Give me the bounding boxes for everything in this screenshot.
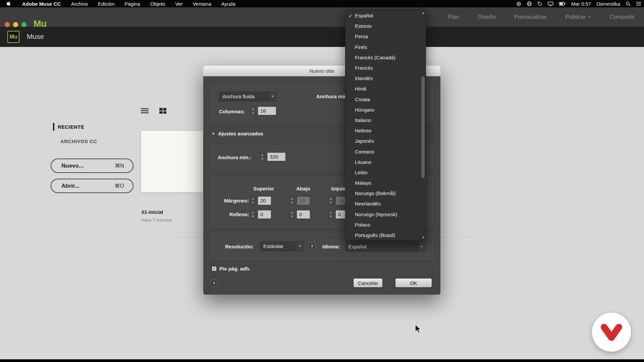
columns-label: Columnas: <box>219 109 245 114</box>
scroll-down-icon[interactable]: ▼ <box>422 236 425 239</box>
sticky-footer-checkbox[interactable]: ✓ <box>212 266 217 271</box>
open-button-shortcut: ⌘O <box>115 183 124 189</box>
sticky-footer-label: Pie pág. adh. <box>219 266 251 272</box>
menu-item-language[interactable]: Persa <box>345 31 426 42</box>
resolution-help-button[interactable]: ? <box>308 243 316 250</box>
menu-item-language[interactable]: Finés <box>345 42 426 52</box>
recent-active-marker <box>53 123 54 131</box>
apple-menu-icon[interactable] <box>0 0 17 7</box>
padding-bottom-stepper[interactable]: ▲▼ <box>289 210 294 219</box>
menubar-account[interactable]: Domestika <box>596 1 620 7</box>
chevron-down-icon: ▼ <box>418 242 425 251</box>
menu-item-language[interactable]: Coreano <box>345 146 426 157</box>
menu-item-language[interactable]: Letón <box>345 167 426 178</box>
titlebar-item-compartir[interactable]: Compartir <box>609 14 635 20</box>
columns-stepper[interactable]: ▲▼ <box>250 106 256 115</box>
menu-item-language[interactable]: Irlandés <box>345 73 426 83</box>
cancel-button[interactable]: Cancelar <box>353 278 383 288</box>
layout-width-select[interactable]: Anchura fluida ▼ <box>219 92 277 101</box>
menu-item-language[interactable]: Estonio <box>345 21 426 31</box>
app-header: Mu Muse ? <box>0 27 644 47</box>
menu-item-language[interactable]: Português (Brasil) <box>345 230 426 240</box>
notification-list-icon[interactable] <box>636 1 641 6</box>
menubar-item-archivo[interactable]: Archivo <box>66 1 93 7</box>
language-label: Idioma: <box>322 244 340 249</box>
battery-icon[interactable] <box>559 2 566 6</box>
menubar-app-menu[interactable]: Adobe Muse CC <box>17 1 66 7</box>
new-button-shortcut: ⌘N <box>115 163 124 169</box>
header-superior: Superior <box>250 186 277 191</box>
list-view-toggle[interactable] <box>141 108 149 113</box>
resolution-value: Estándar <box>260 242 296 251</box>
menubar-item-ayuda[interactable]: Ayuda <box>216 1 240 7</box>
columns-field[interactable]: 16 <box>258 106 276 115</box>
recent-file-name: 01-inicial <box>142 209 163 215</box>
menu-item-language[interactable]: Hebreo <box>345 125 426 136</box>
menu-item-language[interactable]: Húngaro <box>345 105 426 115</box>
margin-top-stepper[interactable]: ▲▼ <box>250 196 256 205</box>
menu-item-language[interactable]: Lituano <box>345 157 426 167</box>
titlebar-item-diseno[interactable]: Diseño <box>478 14 496 20</box>
scroll-up-icon[interactable]: ▲ <box>422 11 425 14</box>
titlebar-item-publicar[interactable]: Publicar ▼ <box>565 14 591 20</box>
menubar-item-ventana[interactable]: Ventana <box>188 1 216 7</box>
padding-top-field[interactable]: 0 <box>258 210 271 219</box>
menu-item-language[interactable]: Italiano <box>345 115 426 125</box>
resolution-select[interactable]: Estándar ▼ <box>260 241 304 251</box>
globe-sync-icon[interactable] <box>527 1 532 6</box>
menu-item-language[interactable]: Noruego (Nynorsk) <box>345 209 426 220</box>
padding-top-stepper[interactable]: ▲▼ <box>250 210 256 219</box>
header-abajo: Abajo <box>290 186 317 191</box>
advanced-settings-toggle[interactable]: ▼ Ajustes avanzados <box>212 131 263 136</box>
record-status-icon[interactable] <box>516 1 521 6</box>
menu-item-language[interactable]: Francés (Canadá) <box>345 52 426 63</box>
sidebar-item-reciente[interactable]: RECIENTE <box>58 124 84 130</box>
search-icon[interactable] <box>626 1 631 6</box>
menubar-item-edicion[interactable]: Edición <box>93 1 119 7</box>
min-width-field[interactable]: 320 <box>267 152 286 161</box>
grid-view-toggle[interactable] <box>159 108 166 114</box>
menu-item-language[interactable]: Croata <box>345 94 426 105</box>
margins-label: Márgenes: <box>211 198 249 203</box>
menu-item-language[interactable]: Neerlandés <box>345 198 426 209</box>
menubar-item-objeto[interactable]: Objeto <box>145 1 170 7</box>
padding-left-stepper[interactable]: ▲▼ <box>328 210 333 219</box>
menu-item-language[interactable]: Francés <box>345 63 426 73</box>
titlebar-item-previsualizar[interactable]: Previsualizar <box>514 14 547 20</box>
min-width-label: Anchura mín.: <box>218 155 252 160</box>
disclosure-triangle-icon: ▼ <box>212 132 215 135</box>
menu-item-language[interactable]: Japonés <box>345 136 426 146</box>
menubar-clock[interactable]: Mar 0:57 <box>571 1 591 7</box>
recent-file-thumbnail[interactable] <box>141 130 203 193</box>
menu-item-language[interactable]: Noruego (Bokmål) <box>345 188 426 198</box>
zoom-window-button[interactable] <box>21 22 26 27</box>
dialog-help-button[interactable]: ? <box>210 280 218 287</box>
margin-left-stepper: ▲▼ <box>328 196 333 205</box>
language-select[interactable]: Español ▼ <box>345 242 426 251</box>
display-mirroring-icon[interactable] <box>548 1 553 6</box>
letterbox-bar <box>0 359 644 362</box>
new-site-button[interactable]: Nuevo... ⌘N <box>51 159 133 173</box>
menubar-item-pagina[interactable]: Página <box>119 1 145 7</box>
minimize-window-button[interactable] <box>13 22 18 27</box>
menubar-item-ver[interactable]: Ver <box>170 1 188 7</box>
sidebar-item-archivos-cc[interactable]: ARCHIVOS CC <box>60 138 97 144</box>
menu-item-language[interactable]: Hindi <box>345 83 426 94</box>
open-button[interactable]: Abrir... ⌘O <box>51 179 133 193</box>
menu-item-language[interactable]: Polaco <box>345 220 426 230</box>
window-titlebar[interactable]: Mu Plan Diseño Previsualizar Publicar ▼ … <box>0 7 644 27</box>
padding-bottom-field[interactable]: 0 <box>297 210 310 219</box>
popup-scrollbar-thumb[interactable] <box>421 76 425 178</box>
language-option-label: Español <box>355 13 373 18</box>
min-width-stepper[interactable]: ▲▼ <box>260 152 265 161</box>
padding-label: Relleno: <box>211 212 249 217</box>
menu-item-language-selected[interactable]: ✓ Español <box>345 10 426 21</box>
close-window-button[interactable] <box>5 22 10 27</box>
ok-button[interactable]: OK <box>395 278 432 288</box>
advanced-settings-label: Ajustes avanzados <box>218 131 263 136</box>
menu-item-language[interactable]: Malayo <box>345 178 426 188</box>
tag-icon[interactable] <box>537 1 542 6</box>
titlebar-item-plan[interactable]: Plan <box>448 14 460 20</box>
margin-top-field[interactable]: 20 <box>258 196 271 205</box>
resolution-label: Resolución: <box>225 244 254 249</box>
